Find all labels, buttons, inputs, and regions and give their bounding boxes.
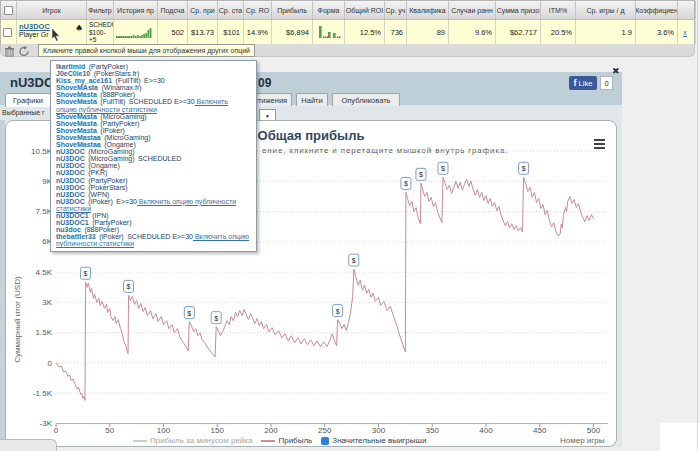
close-icon[interactable]: ✖ [612,66,620,76]
player-list-item[interactable]: nU3DOC (MicroGaming) SCHEDULED [56,155,250,162]
tooltip: Кликните правой кнопкой мыши для отображ… [38,44,255,57]
svg-text:450: 450 [533,426,547,435]
player-list-item[interactable]: ShoveMasta (PartyPoker) [56,120,250,127]
svg-text:300: 300 [372,426,386,435]
facebook-like-count: 0 [600,76,613,90]
header-cell[interactable]: Ср. ста [218,1,244,19]
svg-text:50: 50 [105,426,114,435]
header-cell[interactable]: Ср. игры / д [576,1,636,19]
row-checkbox[interactable] [3,28,12,37]
svg-text:350: 350 [426,426,440,435]
svg-text:0: 0 [48,359,53,368]
table-cell: $6,894 [272,20,313,44]
header-cell[interactable]: Подсча [158,1,188,19]
svg-text:400: 400 [479,426,493,435]
svg-text:0: 0 [54,426,59,435]
svg-text:250: 250 [318,426,332,435]
header-cell[interactable] [1,1,17,19]
header-cell[interactable]: Коэффициен [636,1,678,19]
table-cell: $62,717 [496,20,541,44]
bottom-right-area [660,423,700,451]
header-cell[interactable]: Игрок [17,1,87,19]
form-sparkline [313,20,345,44]
player-list-item[interactable]: nu3doc (888Poker) [56,226,250,233]
selected-groups-label: Выбранные г [2,109,45,116]
delete-icon[interactable] [4,46,15,57]
player-list-item[interactable]: nU3DOC (PKR) [56,169,250,176]
svg-text:3K: 3K [42,298,52,307]
svg-text:100: 100 [157,426,171,435]
facebook-like-label: Like [579,79,593,88]
table-cell [1,20,17,44]
table-header-row: ИгрокФильтрИстория прПодсчаСр. приСр. ст… [1,1,694,19]
player-list-item[interactable]: ShoveMasta (888Poker) [56,91,250,98]
player-list-item[interactable]: ShoveMasta (FullTilt) SCHEDULED E>=30 Вк… [56,98,250,112]
select-all-checkbox[interactable] [4,6,13,15]
status-bar-box [0,439,57,451]
filter-cell: SCHEDULED$100-+5 [87,20,114,44]
header-cell[interactable]: Ср. уч [385,1,407,19]
mouse-cursor [51,28,61,43]
y-axis-title: Суммарный итог (USD) [13,250,22,390]
legend-item[interactable]: Прибыль [261,436,312,445]
player-list-item[interactable]: nU3DOC (MicroGaming) [56,148,250,155]
table-cell: $13.73 [188,20,218,44]
refresh-icon[interactable] [18,46,30,57]
player-list-item[interactable]: nU3DOC (iPoker) E>=30 Включить опцию пуб… [56,198,250,212]
table-cell: x [678,20,696,44]
header-cell[interactable]: История пр [114,1,158,19]
svg-text:$: $ [522,165,526,172]
player-list-popup: Ikartimid (PartyPoker)J0eC0le10 (PokerSt… [50,60,257,252]
legend-item[interactable]: Значительные выигрыши [321,436,426,445]
header-cell[interactable]: Общий ROI [345,1,385,19]
facebook-like-button[interactable]: fLike [569,76,597,90]
header-cell[interactable]: Квалифика [407,1,449,19]
header-cell[interactable]: ITM% [541,1,576,19]
svg-text:$: $ [187,310,191,317]
header-cell[interactable]: Случаи ранн [449,1,496,19]
tab-Опубликовать[interactable]: Опубликовать [332,93,400,106]
player-list-item[interactable]: nU3DOC (PartyPoker) [56,177,250,184]
table-cell: 3.6% [636,20,678,44]
module-title-tail: 09 [258,76,271,90]
svg-text:4.5K: 4.5K [36,268,53,277]
legend-item[interactable]: Прибыль за минусом рейка [133,436,252,445]
table-cell: 14.9% [244,20,272,44]
table-cell: 1.9 [576,20,636,44]
player-list-item[interactable]: nU3DOC (WPN) [56,191,250,198]
player-list-item[interactable]: ShoveMasta (iPoker) [56,127,250,134]
player-list-item[interactable]: ShoveMasta (MicroGaming) [56,113,250,120]
svg-text:$: $ [84,270,88,277]
player-list-item[interactable]: J0eC0le10 (PokerStars.fr) [56,70,250,77]
table-row[interactable]: nU3DOCPlayer Gr♠SCHEDULED$100-+5502$13.7… [1,19,694,44]
table-cell: 12.5% [345,20,385,44]
player-list-item[interactable]: nU3DOC (Ongame) [56,162,250,169]
player-list-item[interactable]: Kiss_my_ace161 (FullTilt) E>=30 [56,77,250,84]
page: ИгрокФильтрИстория прПодсчаСр. приСр. ст… [0,0,700,451]
spade-icon: ♠ [75,23,83,33]
header-cell[interactable]: Сумма призо [496,1,541,19]
tab-Графики[interactable]: Графики [5,93,51,107]
tab-Найти[interactable]: Найти [296,93,328,106]
svg-text:$: $ [127,283,131,290]
header-cell[interactable]: Ср. RO [244,1,272,19]
player-list-item[interactable]: Ikartimid (PartyPoker) [56,63,250,70]
player-list-item[interactable]: ShoveMAsta (Winamax.fr) [56,84,250,91]
header-cell[interactable]: Форма [313,1,345,19]
remove-link[interactable]: x [683,29,687,36]
table-cell: 502 [158,20,188,44]
player-list-item[interactable]: ShoveMastaa (Ongame) [56,141,250,148]
player-list-item[interactable]: nU3DOC1 (IPN) [56,212,250,219]
svg-text:150: 150 [211,426,225,435]
player-list-item[interactable]: nU3DOC (PokerStars) [56,184,250,191]
chart-legend: Прибыль за минусом рейкаПрибыльЗначитель… [133,436,426,445]
header-cell[interactable]: Ср. при [188,1,218,19]
scrollbar-line [697,0,698,451]
svg-text:200: 200 [264,426,278,435]
header-cell[interactable]: Прибыль [272,1,313,19]
header-cell[interactable] [678,1,696,19]
player-list-item[interactable]: ShoveMastaa (MicroGaming) [56,134,250,141]
player-list-item[interactable]: nU3DOC1 (PartyPoker) [56,219,250,226]
player-list-item[interactable]: thebattler33 (iPoker) SCHEDULED E>=30 Вк… [56,233,250,247]
header-cell[interactable]: Фильтр [87,1,114,19]
